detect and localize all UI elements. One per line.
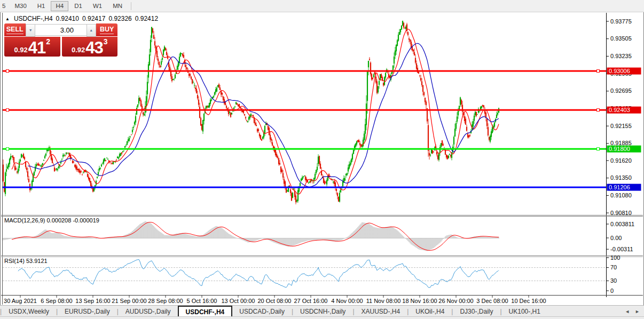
sell-button[interactable]: SELL <box>4 23 26 36</box>
close-value: 0.92412 <box>135 15 158 22</box>
price-tick-label: 0.91080 <box>610 192 632 198</box>
date-label: 18 Nov 16:00 <box>402 298 437 304</box>
rsi-axis-label: 100 <box>610 254 620 261</box>
macd-axis-label: 0.00 <box>610 235 622 241</box>
tab-ukoil-h4[interactable]: UKOil-,H4 <box>409 306 451 317</box>
chart-tab-bar: |USDX,Weekly|EURUSD-,Daily|AUDUSD-,Daily… <box>0 305 644 317</box>
one-click-trading-panel: SELL ▼ ▲ BUY 0.92 41 2 0.92 43 3 <box>4 23 117 57</box>
timeframe-button-h4[interactable]: H4 <box>51 1 68 11</box>
level-line-0.92403[interactable] <box>3 109 606 111</box>
volume-increase-button[interactable]: ▲ <box>87 24 96 37</box>
date-label: 6 Sep 08:00 <box>41 298 72 304</box>
chevron-up-icon: ▲ <box>89 28 93 32</box>
rsi-indicator-label: RSI(14) 53.9121 <box>4 258 48 264</box>
timeframe-button-mn[interactable]: MN <box>108 1 127 11</box>
status-strip <box>0 316 644 319</box>
level-handle[interactable] <box>6 148 9 150</box>
macd-indicator-label: MACD(12,26,9) 0.000208 -0.000019 <box>4 217 99 224</box>
level-handle[interactable] <box>597 70 600 73</box>
date-label: 20 Oct 08:00 <box>258 298 292 304</box>
date-label: 26 Nov 00:00 <box>438 298 473 304</box>
price-tick-label: 0.90810 <box>610 210 632 216</box>
date-label: 3 Dec 08:00 <box>476 298 508 304</box>
price-tick-label: 0.91350 <box>610 174 632 181</box>
tab-audusd-daily[interactable]: AUDUSD-,Daily <box>119 306 178 317</box>
low-value: 0.92326 <box>108 15 131 22</box>
level-handle[interactable] <box>597 109 600 111</box>
level-line-0.93006[interactable] <box>3 70 606 72</box>
bid-point: 2 <box>46 37 50 46</box>
tab-uk100-h1[interactable]: UK100-,H1 <box>502 306 547 317</box>
timeframe-button-d1[interactable]: D1 <box>69 1 87 11</box>
quote-header: ▲ USDCHF-,H4 0.92410 0.92417 0.92326 0.9… <box>5 15 158 22</box>
tab-dj30-daily[interactable]: DJ30-,Daily <box>453 306 500 317</box>
price-badge-label: 0.92403 <box>609 107 630 113</box>
open-value: 0.92410 <box>56 15 79 22</box>
price-tick-label: 0.93775 <box>610 18 632 25</box>
date-label: 13 Sep 16:00 <box>75 298 110 304</box>
date-label: 21 Sep 00:00 <box>112 298 146 304</box>
tab-usdx-weekly[interactable]: USDX,Weekly <box>2 306 56 317</box>
high-value: 0.92417 <box>82 15 105 22</box>
volume-decrease-button[interactable]: ▼ <box>26 24 35 37</box>
timeframe-button-m30[interactable]: M30 <box>10 1 31 11</box>
price-tick-label: 0.92155 <box>610 123 632 129</box>
rsi-axis-label: 30 <box>610 277 617 284</box>
collapse-panel-icon[interactable]: ▲ <box>5 17 10 21</box>
macd-axis-label: -0.00311 <box>610 246 633 252</box>
tab-usdcnh-daily[interactable]: USDCNH-,Daily <box>293 306 352 317</box>
date-label: 30 Aug 2021 <box>4 298 37 304</box>
timeframe-button-h1[interactable]: H1 <box>33 1 50 11</box>
ask-base: 0.92 <box>72 46 85 54</box>
ask-price-box[interactable]: 0.92 43 3 <box>62 37 118 57</box>
ask-pips: 43 <box>85 40 103 55</box>
date-label: 10 Dec 16:00 <box>511 298 546 304</box>
buy-button[interactable]: BUY <box>96 23 117 36</box>
level-line-0.91206[interactable] <box>3 187 606 188</box>
level-line-0.91800[interactable] <box>3 148 606 150</box>
timeframe-toolbar: 5M30H1H4D1W1MN <box>0 0 644 12</box>
price-badge-label: 0.91800 <box>609 146 630 152</box>
date-label: 5 Oct 16:00 <box>187 298 217 304</box>
bid-pips: 41 <box>28 40 45 55</box>
volume-input[interactable] <box>35 24 87 36</box>
level-handle[interactable] <box>597 148 600 150</box>
toolbar-separator <box>131 2 131 10</box>
rsi-axis-label: 70 <box>610 264 617 270</box>
tab-scroll-left-icon[interactable]: ◄ <box>625 309 630 314</box>
date-label: 27 Oct 16:00 <box>294 298 328 304</box>
bid-price-box[interactable]: 0.92 41 2 <box>4 37 60 57</box>
ask-point: 3 <box>104 37 108 46</box>
tab-eurusd-daily[interactable]: EURUSD-,Daily <box>58 306 117 317</box>
price-tick-label: 0.91620 <box>610 157 632 164</box>
tab-xauusd-h4[interactable]: XAUUSD-,H4 <box>355 306 407 317</box>
macd-axis-label: 0.003811 <box>610 221 634 227</box>
symbol-period-label: USDCHF-,H4 <box>14 15 53 22</box>
price-badge-label: 0.93006 <box>609 68 630 74</box>
price-tick-label: 0.93235 <box>610 53 632 59</box>
price-badge-label: 0.91206 <box>609 184 630 190</box>
tab-scroll-right-icon[interactable]: ► <box>635 309 640 314</box>
tab-usdcad-daily[interactable]: USDCAD-,Daily <box>232 306 292 317</box>
price-tick-label: 0.93505 <box>610 35 632 42</box>
rsi-axis-label: 0 <box>610 288 614 294</box>
date-label: 28 Sep 08:00 <box>148 298 183 304</box>
bid-base: 0.92 <box>14 46 27 54</box>
level-handle[interactable] <box>6 109 9 111</box>
date-label: 4 Nov 00:00 <box>331 298 363 304</box>
level-handle[interactable] <box>6 70 9 73</box>
price-tick-label: 0.92695 <box>610 87 632 94</box>
timeframe-button-5[interactable]: 5 <box>1 1 9 11</box>
chevron-down-icon: ▼ <box>29 28 33 32</box>
tab-usdchf-h4[interactable]: USDCHF-,H4 <box>178 306 233 317</box>
date-label: 11 Nov 08:00 <box>366 298 401 304</box>
timeframe-button-w1[interactable]: W1 <box>88 1 107 11</box>
date-label: 13 Oct 00:00 <box>222 298 255 304</box>
